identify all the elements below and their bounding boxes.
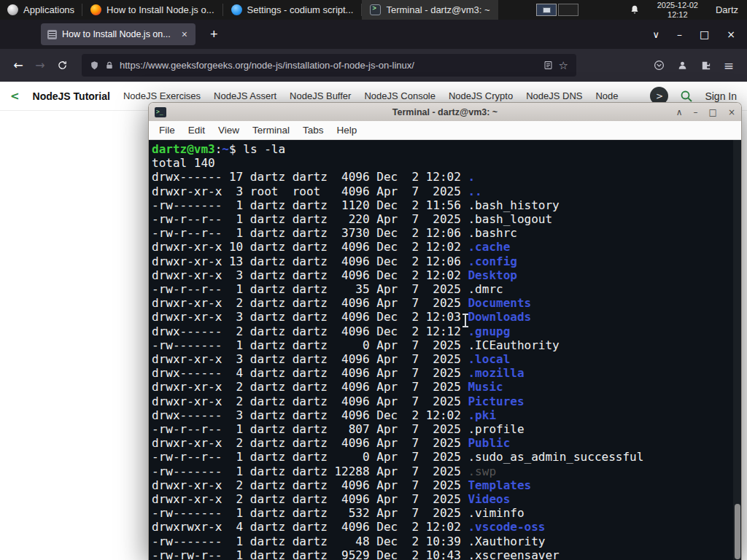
tab-favicon (47, 30, 57, 39)
terminal-window: Terminal - dartz@vm3: ~ ∧ – □ × FileEdit… (148, 102, 742, 560)
terminal-line: -rw------- 1 dartz dartz 48 Dec 2 10:39 … (152, 534, 741, 548)
nav-item[interactable]: NodeJS Assert (214, 90, 276, 101)
tab-title: How to Install Node.js on... (62, 29, 175, 39)
list-all-tabs-button[interactable]: ∨ (653, 29, 660, 40)
desktop-screen: Applications How to Install Node.js o...… (0, 0, 747, 560)
back-button[interactable]: ← (7, 55, 29, 77)
clock-date: 2025-12-02 (657, 1, 698, 10)
nav-item[interactable]: NodeJS Console (364, 90, 436, 101)
new-tab-button[interactable]: + (206, 27, 222, 42)
taskbar-item-title: Settings - codium script... (247, 4, 354, 15)
terminal-app-icon (155, 107, 166, 117)
terminal-line: drwx------ 2 dartz dartz 4096 Dec 2 12:1… (152, 324, 741, 338)
workspace-switcher[interactable] (536, 4, 578, 16)
menu-tabs[interactable]: Tabs (296, 125, 330, 136)
system-tray: 2025-12-02 12:12 Dartz (536, 1, 747, 19)
terminal-titlebar[interactable]: Terminal - dartz@vm3: ~ ∧ – □ × (149, 103, 741, 121)
terminal-line: -rw------- 1 dartz dartz 1120 Dec 2 11:5… (152, 198, 741, 212)
nav-item[interactable]: NodeJS Crypto (449, 90, 513, 101)
taskbar-item[interactable]: Settings - codium script... (223, 0, 362, 20)
extensions-icon[interactable] (700, 60, 711, 71)
terminal-line: -rw------- 1 dartz dartz 12288 Apr 7 202… (152, 464, 741, 478)
tab-close-button[interactable]: × (180, 29, 189, 39)
reload-button[interactable] (51, 55, 73, 77)
user-menu[interactable]: Dartz (716, 4, 741, 15)
notification-bell-icon[interactable] (630, 4, 640, 15)
firefox-icon (90, 4, 101, 15)
terminal-line: -rw------- 1 dartz dartz 0 Apr 7 2025 .I… (152, 338, 741, 352)
clock[interactable]: 2025-12-02 12:12 (657, 1, 698, 19)
pocket-icon[interactable] (654, 60, 665, 71)
nav-scroll-left-icon[interactable]: < (10, 90, 20, 103)
nav-item[interactable]: NodeJS Exercises (123, 90, 201, 101)
text-cursor-pointer (465, 315, 466, 326)
reader-mode-icon[interactable] (543, 61, 553, 70)
nav-item[interactable]: NodeJS Buffer (290, 90, 351, 101)
terminal-window-controls: ∧ – □ × (676, 107, 735, 117)
menu-terminal[interactable]: Terminal (246, 125, 296, 136)
terminal-line: drwxr-xr-x 2 dartz dartz 4096 Apr 7 2025… (152, 380, 741, 394)
window-close-button[interactable]: × (727, 28, 735, 40)
terminal-line: -rw-r--r-- 1 dartz dartz 220 Apr 7 2025 … (152, 212, 741, 226)
menu-view[interactable]: View (212, 125, 246, 136)
address-bar[interactable]: https://www.geeksforgeeks.org/node-js/in… (82, 54, 576, 77)
terminal-line: -rw-r--r-- 1 dartz dartz 35 Apr 7 2025 .… (152, 282, 741, 296)
clock-time: 12:12 (657, 10, 698, 20)
menu-edit[interactable]: Edit (182, 125, 212, 136)
taskbar-item[interactable]: Terminal - dartz@vm3: ~ (362, 0, 498, 20)
site-nav-links: NodeJS ExercisesNodeJS AssertNodeJS Buff… (123, 90, 619, 101)
terminal-line: drwxr-xr-x 2 dartz dartz 4096 Apr 7 2025… (152, 478, 741, 492)
account-icon[interactable] (677, 60, 688, 71)
terminal-line: -rw-rw-r-- 1 dartz dartz 9529 Dec 2 10:4… (152, 548, 741, 560)
terminal-line: drwxr-xr-x 2 dartz dartz 4096 Apr 7 2025… (152, 436, 741, 450)
terminal-line: drwxr-xr-x 13 dartz dartz 4096 Dec 2 12:… (152, 254, 741, 268)
terminal-line: drwxr-xr-x 3 root root 4096 Apr 7 2025 .… (152, 184, 741, 198)
nav-item-active[interactable]: NodeJS Tutorial (33, 90, 110, 102)
terminal-close-button[interactable]: × (728, 107, 735, 117)
terminal-line: drwxr-xr-x 2 dartz dartz 4096 Apr 7 2025… (152, 394, 741, 408)
url-text: https://www.geeksforgeeks.org/node-js/in… (120, 60, 538, 71)
terminal-line: drwxrwxr-x 4 dartz dartz 4096 Dec 2 12:0… (152, 520, 741, 534)
terminal-scrollbar[interactable] (733, 140, 741, 560)
terminal-line: drwxr-xr-x 2 dartz dartz 4096 Apr 7 2025… (152, 296, 741, 310)
terminal-line: drwx------ 17 dartz dartz 4096 Dec 2 12:… (152, 170, 741, 184)
window-maximize-button[interactable]: □ (700, 28, 709, 40)
forward-button[interactable]: → (29, 55, 51, 77)
applications-label: Applications (23, 4, 74, 15)
window-minimize-button[interactable]: – (677, 28, 682, 40)
taskbar-item[interactable]: How to Install Node.js o... (82, 0, 222, 20)
terminal-maximize-button[interactable]: □ (709, 107, 717, 117)
terminal-rollup-button[interactable]: ∧ (676, 107, 683, 117)
tabbar-controls: ∨ – □ × (653, 28, 747, 40)
workspace-1[interactable] (536, 4, 557, 16)
menu-icon[interactable]: ≡ (724, 58, 734, 73)
nav-item[interactable]: Node (595, 90, 618, 101)
workspace-2[interactable] (558, 4, 578, 16)
browser-tab-bar: How to Install Node.js on... × + ∨ – □ × (0, 20, 747, 49)
terminal-line: drwxr-xr-x 3 dartz dartz 4096 Apr 7 2025… (152, 352, 741, 366)
terminal-minimize-button[interactable]: – (694, 107, 698, 117)
taskbar-window-list: How to Install Node.js o...Settings - co… (82, 0, 498, 20)
sign-in-button[interactable]: Sign In (705, 90, 737, 102)
browser-toolbar: ← → https://www.geeksforgeeks.org/node-j… (0, 49, 747, 82)
search-icon[interactable] (680, 90, 693, 103)
terminal-output: dartz@vm3:~$ ls -latotal 140drwx------ 1… (152, 142, 741, 560)
applications-icon (7, 4, 18, 15)
terminal-line: -rw-r--r-- 1 dartz dartz 0 Apr 7 2025 .s… (152, 450, 741, 464)
menu-file[interactable]: File (152, 125, 182, 136)
tracking-shield-icon[interactable] (90, 61, 99, 71)
nav-item[interactable]: NodeJS DNS (526, 90, 582, 101)
terminal-line: drwx------ 4 dartz dartz 4096 Apr 7 2025… (152, 366, 741, 380)
terminal-line: -rw-r--r-- 1 dartz dartz 3730 Dec 2 12:0… (152, 226, 741, 240)
taskbar-item-title: How to Install Node.js o... (107, 4, 214, 15)
bookmark-star-icon[interactable]: ☆ (559, 59, 568, 72)
lock-icon[interactable] (105, 61, 114, 70)
menu-help[interactable]: Help (330, 125, 364, 136)
terminal-line: total 140 (152, 156, 741, 170)
applications-menu-button[interactable]: Applications (0, 0, 82, 20)
browser-tab-active[interactable]: How to Install Node.js on... × (41, 23, 196, 45)
terminal-line: drwxr-xr-x 2 dartz dartz 4096 Apr 7 2025… (152, 492, 741, 506)
terminal-menubar: FileEditViewTerminalTabsHelp (149, 121, 741, 140)
terminal-body[interactable]: dartz@vm3:~$ ls -latotal 140drwx------ 1… (149, 140, 741, 560)
terminal-scrollbar-thumb[interactable] (735, 504, 740, 559)
